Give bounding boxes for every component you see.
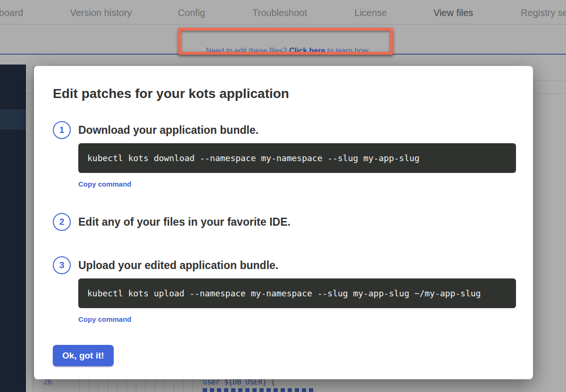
upload-command-codeblock: kubectl kots upload --namespace my-names… xyxy=(78,278,516,308)
step-1-row: 1 Download your application bundle. xyxy=(53,121,516,139)
upload-command-text: kubectl kots upload --namespace my-names… xyxy=(87,288,481,298)
download-command-codeblock: kubectl kots download --namespace my-nam… xyxy=(78,143,516,173)
modal-title: Edit patches for your kots application xyxy=(53,86,516,102)
download-command-text: kubectl kots download --namespace my-nam… xyxy=(87,153,419,163)
step-2-row: 2 Edit any of your files in your favorit… xyxy=(53,212,516,231)
step-3-heading: Upload your edited application bundle. xyxy=(78,259,278,272)
step-2-number-badge: 2 xyxy=(53,213,71,231)
ok-got-it-button[interactable]: Ok, got it! xyxy=(53,345,114,366)
step-3-number-badge: 3 xyxy=(53,256,71,274)
step-2-heading: Edit any of your files in your favorite … xyxy=(78,216,291,229)
annotation-highlight-box xyxy=(178,28,393,55)
step-1-number-badge: 1 xyxy=(53,121,71,139)
step-1-heading: Download your application bundle. xyxy=(78,124,258,137)
copy-download-command-link[interactable]: Copy command xyxy=(78,180,516,188)
edit-patches-modal: Edit patches for your kots application 1… xyxy=(34,66,533,379)
copy-upload-command-link[interactable]: Copy command xyxy=(78,315,516,323)
step-3-row: 3 Upload your edited application bundle. xyxy=(53,256,516,275)
